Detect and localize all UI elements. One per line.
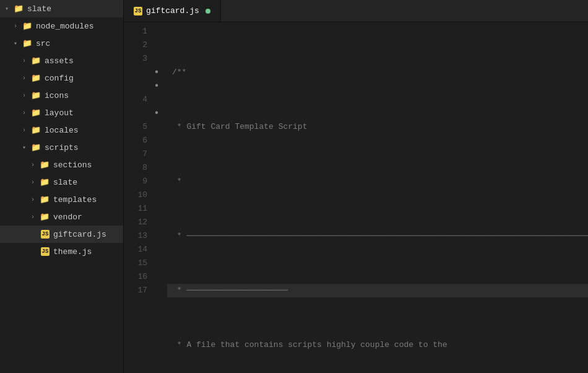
sidebar-item-label: scripts: [45, 143, 79, 152]
tab-giftcard-js[interactable]: JS giftcard.js: [124, 0, 221, 22]
gutter-line: [155, 161, 167, 175]
chevron-icon: [22, 110, 31, 116]
folder-icon: 📁: [31, 56, 42, 66]
sidebar-item-templates[interactable]: 📁 templates: [0, 191, 123, 208]
js-file-icon: JS: [40, 230, 51, 239]
code-token: * Gift Card Template Script: [172, 120, 307, 134]
gutter-line: [155, 284, 167, 297]
line-num: 15: [124, 257, 147, 270]
code-token: * ──────────────────────────────────────…: [172, 229, 588, 243]
folder-icon: 📁: [40, 160, 51, 170]
folder-icon: 📁: [22, 21, 33, 31]
sidebar-item-config[interactable]: 📁 config: [0, 69, 123, 87]
gutter-line: [155, 25, 167, 38]
line-num: 12: [124, 216, 147, 229]
line-num: 1: [124, 25, 147, 38]
chevron-icon: [14, 23, 22, 30]
gutter-line: [155, 93, 167, 107]
sidebar-item-slate-sub[interactable]: 📁 slate: [0, 173, 123, 191]
line-numbers: 1 2 3 • • 4 • 5 6 7 8 9 10 11 12 13 14 1…: [124, 22, 155, 373]
sidebar-item-giftcard-js[interactable]: JS giftcard.js: [0, 226, 123, 243]
gutter-line: [155, 38, 167, 52]
gutter-line: [155, 216, 167, 229]
line-num: 16: [124, 270, 147, 284]
line-num: 10: [124, 188, 147, 202]
line-num: 14: [124, 243, 147, 257]
sidebar-item-sections[interactable]: 📁 sections: [0, 156, 123, 173]
folder-icon: 📁: [40, 212, 51, 222]
chevron-icon: [22, 58, 31, 64]
folder-icon: 📁: [22, 38, 33, 48]
editor: JS giftcard.js 1 2 3 • • 4 • 5 6 7 8 9 1…: [124, 0, 588, 373]
folder-icon: 📁: [31, 125, 42, 135]
tab-js-icon: JS: [134, 7, 142, 15]
folder-icon: 📁: [31, 90, 42, 100]
sidebar-item-scripts[interactable]: 📁 scripts: [0, 139, 123, 156]
sidebar-item-assets[interactable]: 📁 assets: [0, 52, 123, 69]
sidebar-item-label: vendor: [53, 213, 82, 222]
chevron-icon: [31, 179, 40, 186]
folder-icon: 📁: [31, 143, 42, 152]
gutter-line: [155, 229, 167, 243]
code-token: *: [172, 175, 182, 188]
gutter-line: [155, 188, 167, 202]
line-num: 8: [124, 161, 147, 175]
code-token: * A file that contains scripts highly co…: [172, 338, 447, 352]
code-content[interactable]: /** * Gift Card Template Script * * ────…: [167, 22, 588, 373]
sidebar-item-locales[interactable]: 📁 locales: [0, 121, 123, 139]
folder-icon: 📁: [31, 108, 42, 118]
line-num: 5: [124, 120, 147, 134]
code-line-dot2: * ─────────────────────: [167, 284, 588, 297]
sidebar-item-vendor[interactable]: 📁 vendor: [0, 208, 123, 226]
line-num: 17: [124, 284, 147, 297]
sidebar-item-icons[interactable]: 📁 icons: [0, 87, 123, 104]
gutter-dot: [155, 66, 160, 79]
code-area[interactable]: 1 2 3 • • 4 • 5 6 7 8 9 10 11 12 13 14 1…: [124, 22, 588, 373]
sidebar-item-label: templates: [53, 195, 97, 204]
tab-modified-dot: [205, 9, 210, 14]
sidebar-item-label: slate: [53, 178, 77, 187]
gutter-line: [155, 147, 167, 161]
sidebar-item-label: slate: [27, 4, 51, 14]
sidebar-item-label: assets: [45, 56, 74, 66]
sidebar-item-label: layout: [45, 108, 74, 118]
gutter-line: [155, 175, 167, 188]
line-num: 13: [124, 229, 147, 243]
gutter-line: [155, 52, 167, 66]
sidebar-item-label: config: [45, 74, 74, 83]
folder-icon: 📁: [14, 4, 25, 14]
code-line-4: * A file that contains scripts highly co…: [167, 338, 588, 352]
chevron-icon: [5, 5, 14, 12]
code-line-2: * Gift Card Template Script: [167, 120, 588, 134]
tab-label: giftcard.js: [146, 6, 199, 15]
chevron-icon: [22, 144, 31, 151]
line-num: 4: [124, 93, 147, 107]
chevron-icon: [22, 92, 31, 99]
folder-icon: 📁: [40, 195, 51, 204]
line-num: 7: [124, 147, 147, 161]
sidebar-item-label: src: [36, 39, 50, 48]
line-num: 9: [124, 175, 147, 188]
chevron-icon: [22, 127, 31, 134]
chevron-icon: [31, 196, 40, 203]
sidebar-item-theme-js[interactable]: JS theme.js: [0, 243, 123, 260]
sidebar-item-layout[interactable]: 📁 layout: [0, 104, 123, 121]
sidebar-item-slate-root[interactable]: 📁 slate: [0, 0, 123, 17]
gutter-line: [155, 202, 167, 216]
sidebar-item-label: node_modules: [36, 22, 94, 31]
sidebar-item-node-modules[interactable]: 📁 node_modules: [0, 17, 123, 35]
sidebar-item-src[interactable]: 📁 src: [0, 35, 123, 52]
sidebar-item-label: sections: [53, 160, 92, 170]
code-token: /**: [172, 66, 186, 79]
code-line-1: /**: [167, 66, 588, 79]
gutter-line: [155, 243, 167, 257]
code-line-3: *: [167, 175, 588, 188]
code-line-dot1: * ──────────────────────────────────────…: [167, 229, 588, 243]
sidebar-item-label: icons: [45, 91, 69, 100]
gutter: [155, 22, 167, 373]
line-num: 11: [124, 202, 147, 216]
line-num: 3: [124, 52, 147, 66]
chevron-icon: [31, 162, 40, 169]
tab-bar: JS giftcard.js: [124, 0, 588, 22]
gutter-dot: [155, 107, 160, 120]
